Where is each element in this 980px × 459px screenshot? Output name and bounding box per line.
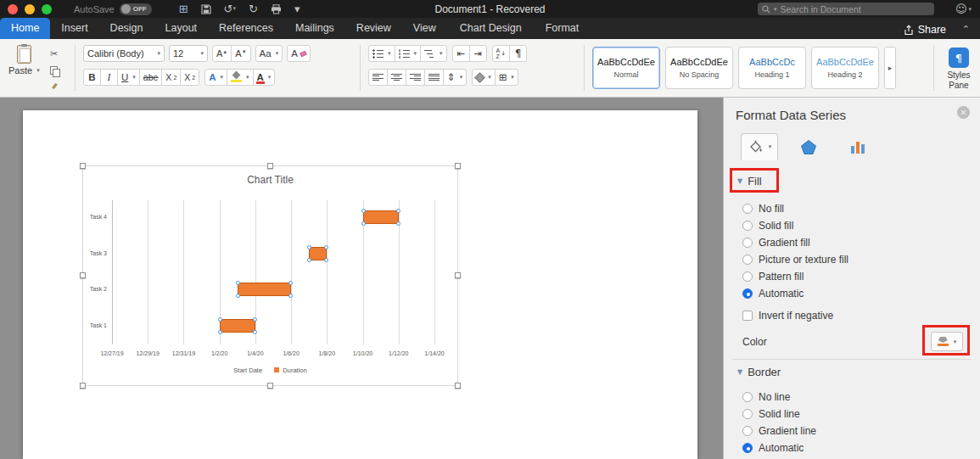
shading-button[interactable]: ▾: [472, 69, 496, 86]
tab-design[interactable]: Design: [99, 18, 154, 39]
customize-toolbar-icon[interactable]: ▾: [294, 3, 300, 14]
fill-color-picker-button[interactable]: ▾: [931, 332, 963, 351]
chart-frame-handle[interactable]: [80, 163, 86, 169]
align-right-button[interactable]: [406, 69, 425, 86]
fill-section-header[interactable]: ▼ Fill: [737, 175, 762, 188]
chart-bar-task-1[interactable]: [220, 319, 255, 333]
chart-frame-handle[interactable]: [80, 272, 86, 278]
tab-mailings[interactable]: Mailings: [284, 18, 345, 39]
radio-gradient-line[interactable]: Gradient line: [742, 425, 816, 437]
paste-button[interactable]: Paste▾: [8, 45, 40, 94]
share-button[interactable]: Share: [904, 24, 946, 36]
panel-tab-fill-line[interactable]: ▾: [741, 133, 778, 160]
save-icon[interactable]: [201, 4, 211, 14]
chart-frame-handle[interactable]: [455, 383, 461, 389]
undo-button[interactable]: ↺▾: [224, 3, 236, 14]
chart-frame-handle[interactable]: [80, 383, 86, 389]
zoom-window-button[interactable]: [42, 4, 52, 14]
underline-button[interactable]: U▾: [117, 69, 140, 86]
chart-title[interactable]: Chart Title: [83, 174, 457, 186]
justify-button[interactable]: [424, 69, 444, 86]
styles-pane-button[interactable]: ¶ Styles Pane: [938, 48, 979, 90]
change-case-button[interactable]: Aa▾: [255, 45, 283, 62]
radio-no-line[interactable]: No line: [742, 391, 790, 403]
styles-gallery-more-icon[interactable]: ▸: [884, 47, 896, 89]
document-page[interactable]: Chart Title 12/27/1912/29/1912/31/191/2/…: [23, 110, 697, 459]
border-section-header[interactable]: ▼ Border: [737, 366, 781, 378]
chart-frame-handle[interactable]: [455, 272, 461, 278]
minimize-window-button[interactable]: [25, 4, 35, 14]
tab-format[interactable]: Format: [535, 18, 591, 39]
chart[interactable]: Chart Title 12/27/1912/29/1912/31/191/2/…: [82, 165, 458, 386]
tab-home[interactable]: Home: [0, 18, 50, 39]
format-painter-icon[interactable]: [47, 81, 62, 94]
tab-chart-design[interactable]: Chart Design: [449, 18, 533, 39]
chart-frame-handle[interactable]: [455, 163, 461, 169]
increase-indent-button[interactable]: ⇥: [469, 45, 487, 62]
redo-icon[interactable]: ↻: [249, 3, 258, 14]
clear-formatting-button[interactable]: A: [287, 45, 311, 62]
multilevel-list-button[interactable]: ▾: [420, 45, 447, 62]
bullets-button[interactable]: ▾: [368, 45, 395, 62]
tab-layout[interactable]: Layout: [154, 18, 209, 39]
strikethrough-button[interactable]: abe: [139, 69, 163, 86]
radio-pattern-fill[interactable]: Pattern fill: [742, 271, 804, 283]
numbering-button[interactable]: ▾: [395, 45, 422, 62]
copy-icon[interactable]: [47, 64, 62, 77]
chart-bar-task-3[interactable]: [309, 247, 327, 260]
borders-button[interactable]: ⊞▾: [495, 69, 518, 86]
paste-dropdown-icon[interactable]: ▾: [36, 67, 40, 74]
media-browser-icon[interactable]: ⊞: [179, 3, 188, 14]
feedback-smiley-icon[interactable]: ☺: [955, 3, 967, 15]
font-color-button[interactable]: A▾: [253, 69, 276, 86]
panel-close-icon[interactable]: ✕: [957, 106, 970, 119]
radio-automatic-line[interactable]: Automatic: [742, 442, 804, 454]
radio-picture-texture-fill[interactable]: Picture or texture fill: [742, 254, 848, 266]
close-window-button[interactable]: [8, 4, 18, 14]
show-marks-button[interactable]: ¶: [509, 45, 527, 62]
search-scope-icon[interactable]: ▾: [774, 6, 777, 13]
style-no-spacing[interactable]: AaBbCcDdEe No Spacing: [665, 47, 733, 89]
tab-review[interactable]: Review: [345, 18, 402, 39]
line-spacing-button[interactable]: ⇕▾: [443, 69, 467, 86]
tab-references[interactable]: References: [208, 18, 284, 39]
radio-no-fill[interactable]: No fill: [742, 203, 784, 215]
feedback-dropdown-icon[interactable]: ▾: [968, 6, 972, 13]
tab-insert[interactable]: Insert: [50, 18, 98, 39]
chart-frame-handle[interactable]: [267, 163, 273, 169]
chart-bar-task-2[interactable]: [238, 283, 291, 296]
radio-solid-fill[interactable]: Solid fill: [742, 220, 793, 232]
decrease-indent-button[interactable]: ⇤: [452, 45, 470, 62]
legend-duration-label[interactable]: Duration: [283, 367, 306, 374]
grow-font-button[interactable]: A▲: [212, 45, 232, 62]
radio-automatic-fill[interactable]: Automatic: [742, 288, 804, 299]
align-center-button[interactable]: [387, 69, 406, 86]
radio-solid-line[interactable]: Solid line: [742, 408, 800, 420]
style-normal[interactable]: AaBbCcDdEe Normal: [592, 47, 660, 89]
align-left-button[interactable]: [368, 69, 388, 86]
cut-icon[interactable]: ✂: [47, 47, 62, 60]
superscript-button[interactable]: X2: [180, 69, 199, 86]
italic-button[interactable]: I: [100, 69, 118, 86]
autosave-toggle[interactable]: OFF: [120, 3, 152, 15]
search-input[interactable]: ▾ Search in Document: [758, 3, 934, 15]
collapse-ribbon-icon[interactable]: ⌃: [962, 24, 970, 35]
font-size-combo[interactable]: 12▾: [169, 45, 208, 62]
highlight-button[interactable]: ▾: [227, 69, 254, 86]
print-icon[interactable]: [271, 4, 282, 14]
panel-tab-series-options[interactable]: [839, 133, 876, 160]
text-effects-button[interactable]: A▾: [204, 69, 227, 86]
legend-start-date-label[interactable]: Start Date: [233, 367, 262, 374]
chart-bar-task-4[interactable]: [363, 210, 399, 224]
tab-view[interactable]: View: [402, 18, 447, 39]
invert-if-negative-checkbox[interactable]: Invert if negative: [742, 310, 833, 322]
font-name-combo[interactable]: Calibri (Body)▾: [83, 45, 165, 62]
undo-dropdown-icon[interactable]: ▾: [233, 6, 237, 12]
shrink-font-button[interactable]: A▼: [231, 45, 250, 62]
bold-button[interactable]: B: [83, 69, 101, 86]
style-heading-2[interactable]: AaBbCcDdEe Heading 2: [811, 47, 879, 89]
style-heading-1[interactable]: AaBbCcDc Heading 1: [738, 47, 806, 89]
radio-gradient-fill[interactable]: Gradient fill: [742, 237, 810, 249]
sort-button[interactable]: AZ↓: [492, 45, 511, 62]
subscript-button[interactable]: X2: [161, 69, 181, 86]
